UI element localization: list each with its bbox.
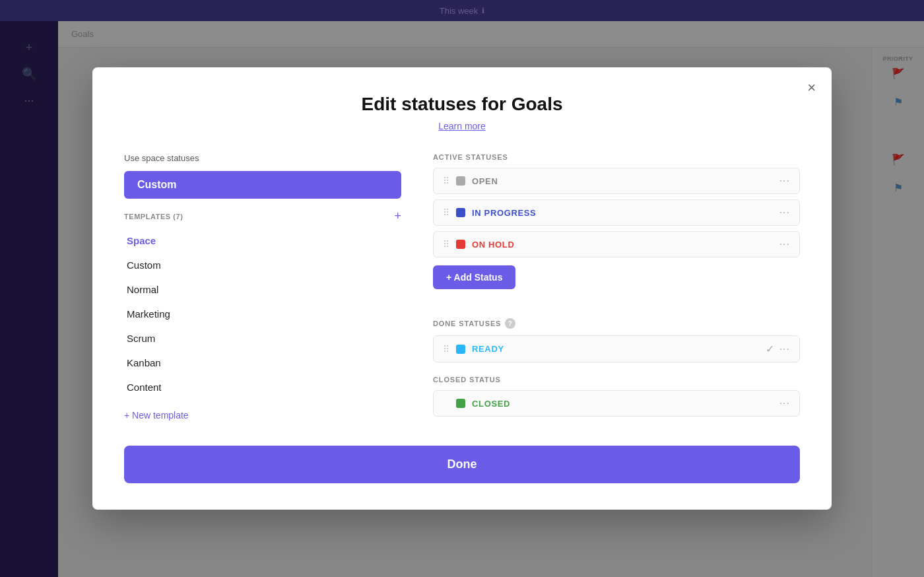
template-item-marketing[interactable]: Marketing xyxy=(124,302,401,326)
status-actions-open: ··· xyxy=(779,175,790,187)
template-item-custom[interactable]: Custom xyxy=(124,253,401,277)
status-name-closed: CLOSED xyxy=(472,399,773,409)
status-menu-inprogress[interactable]: ··· xyxy=(779,207,790,219)
status-dot-open xyxy=(456,176,465,186)
templates-add-icon[interactable]: + xyxy=(394,209,401,223)
active-statuses-label: ACTIVE STATUSES xyxy=(433,153,800,161)
status-dot-ready xyxy=(456,345,465,354)
left-panel: Use space statuses Custom TEMPLATES (7) … xyxy=(124,153,401,422)
status-dot-onhold xyxy=(456,240,465,249)
template-item-normal[interactable]: Normal xyxy=(124,277,401,302)
status-menu-ready[interactable]: ··· xyxy=(779,343,790,355)
drag-handle-ready[interactable]: ⠿ xyxy=(443,344,449,355)
modal-title: Edit statuses for Goals xyxy=(124,94,800,115)
template-list: Space Custom Normal Marketing Scrum Kanb… xyxy=(124,228,401,399)
drag-handle-onhold[interactable]: ⠿ xyxy=(443,239,449,250)
status-dot-inprogress xyxy=(456,208,465,217)
status-name-inprogress: IN PROGRESS xyxy=(472,208,773,218)
close-button[interactable]: × xyxy=(807,81,816,95)
status-actions-closed: ··· xyxy=(779,397,790,409)
done-help-icon: ? xyxy=(505,318,515,329)
status-actions-onhold: ··· xyxy=(779,238,790,250)
modal-subtitle: Learn more xyxy=(124,120,800,132)
status-row-open: ⠿ OPEN ··· xyxy=(433,168,800,194)
status-menu-onhold[interactable]: ··· xyxy=(779,238,790,250)
status-menu-open[interactable]: ··· xyxy=(779,175,790,187)
learn-more-link[interactable]: Learn more xyxy=(438,121,486,131)
status-row-ready: ⠿ READY ✓ ··· xyxy=(433,335,800,362)
status-row-onhold: ⠿ ON HOLD ··· xyxy=(433,231,800,257)
closed-status-label: CLOSED STATUS xyxy=(433,376,800,384)
drag-handle-closed: ⠿ xyxy=(443,398,449,409)
new-template-link[interactable]: + New template xyxy=(124,410,401,421)
templates-label: TEMPLATES (7) xyxy=(124,213,183,221)
status-name-open: OPEN xyxy=(472,176,773,186)
drag-handle-inprogress[interactable]: ⠿ xyxy=(443,207,449,218)
status-actions-ready: ✓ ··· xyxy=(766,343,790,355)
status-name-ready: READY xyxy=(472,344,759,354)
use-space-label: Use space statuses xyxy=(124,153,401,163)
template-item-scrum[interactable]: Scrum xyxy=(124,326,401,351)
status-actions-inprogress: ··· xyxy=(779,207,790,219)
status-row-closed: ⠿ CLOSED ··· xyxy=(433,390,800,417)
modal-overlay: × Edit statuses for Goals Learn more Use… xyxy=(0,0,924,577)
modal: × Edit statuses for Goals Learn more Use… xyxy=(92,67,832,510)
right-panel: ACTIVE STATUSES ⠿ OPEN ··· ⠿ IN PROGRESS xyxy=(433,153,800,422)
done-button-wrap: Done xyxy=(124,446,800,483)
template-item-content[interactable]: Content xyxy=(124,375,401,399)
done-button[interactable]: Done xyxy=(124,446,800,483)
template-item-kanban[interactable]: Kanban xyxy=(124,351,401,375)
done-statuses-label: DONE STATUSES ? xyxy=(433,318,800,329)
status-check-ready: ✓ xyxy=(766,343,774,355)
template-item-space[interactable]: Space xyxy=(124,228,401,253)
add-status-button[interactable]: + Add Status xyxy=(433,265,515,289)
drag-handle-open[interactable]: ⠿ xyxy=(443,176,449,186)
templates-header: TEMPLATES (7) + xyxy=(124,209,401,223)
custom-selected-btn[interactable]: Custom xyxy=(124,171,401,199)
status-dot-closed xyxy=(456,399,465,408)
status-name-onhold: ON HOLD xyxy=(472,240,773,250)
modal-body: Use space statuses Custom TEMPLATES (7) … xyxy=(124,153,800,422)
status-menu-closed[interactable]: ··· xyxy=(779,397,790,409)
status-row-inprogress: ⠿ IN PROGRESS ··· xyxy=(433,199,800,226)
